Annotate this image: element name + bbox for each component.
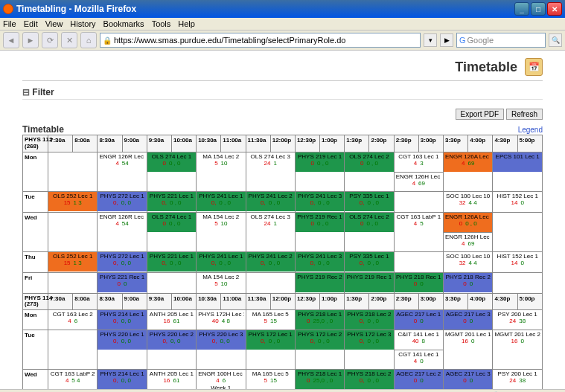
course-cell[interactable]: ENGR 126R Lec 1454 — [98, 212, 147, 251]
course-cell[interactable]: PHYS 219 Lec 100 , 0 — [295, 152, 344, 191]
search-box[interactable]: G Google — [456, 33, 546, 48]
course-cell[interactable]: PHYS 214 Lec 10,0, 0 — [98, 370, 147, 389]
filter-section-toggle[interactable]: Filter — [22, 87, 543, 100]
export-pdf-button[interactable]: Export PDF — [456, 109, 505, 120]
num1: 4 — [66, 377, 68, 384]
course-cell[interactable]: PHYS 218 Lec 20,0 , 0 — [345, 310, 394, 330]
course-cell[interactable]: ENGR 126R Lec 1454 — [98, 152, 147, 191]
menu-bookmarks[interactable]: Bookmarks — [103, 19, 144, 28]
menu-view[interactable]: View — [45, 19, 63, 28]
refresh-button[interactable]: Refresh — [506, 109, 543, 120]
minimize-button[interactable]: _ — [514, 2, 529, 16]
course-cell[interactable]: PHYS 220 Lec 30,0, 0 — [197, 330, 246, 370]
course-cell[interactable]: MGMT 201 Lec 2160 — [493, 330, 543, 370]
legend-link[interactable]: Legend — [518, 126, 543, 134]
forward-button[interactable]: ► — [22, 32, 39, 48]
close-button[interactable]: ✕ — [547, 2, 562, 16]
course-cell[interactable]: AGEC 217 Lec 200 — [394, 370, 443, 389]
course-cell[interactable]: PHYS 272 Lec 10,0, 0 — [98, 251, 147, 272]
num2: 0, 0 — [121, 377, 131, 384]
course-cell[interactable]: MA 154 Lec 2510 — [197, 212, 246, 251]
course-cell[interactable]: MA 165 Lec 5515 — [246, 310, 295, 330]
course-cell[interactable]: PSY 200 Lec 12438 — [493, 310, 543, 330]
maximize-button[interactable]: □ — [531, 2, 546, 16]
num2: 0, 0 — [121, 338, 131, 344]
course-cell[interactable]: ENGR 126A Lec 1469 — [444, 152, 493, 191]
menu-tools[interactable]: Tools — [152, 19, 171, 28]
course-cell[interactable]: PHYS 241 Lec 30,0 , 0 — [295, 251, 344, 272]
course-cell[interactable]: PHYS 221 Rec 100 — [98, 272, 147, 293]
course-cell[interactable]: PHYS 272 Lec 10,0, 0 — [98, 191, 147, 212]
menu-file[interactable]: File — [3, 19, 16, 28]
course-cell[interactable]: ANTH 205 Lec 11661 — [147, 310, 196, 330]
course-cell[interactable]: OLS 274 Lec 3241 — [246, 152, 295, 191]
course-cell[interactable]: PHYS 241 Lec 10,0 , 0 — [197, 251, 246, 272]
course-cell[interactable]: HIST 152 Lec 1140 — [493, 251, 543, 272]
course-cell[interactable]: OLS 252 Lec 1151 3 — [48, 191, 98, 212]
course-cell[interactable]: PSY 200 Lec 12438 — [493, 370, 543, 389]
go-button-2[interactable]: ▶ — [440, 33, 453, 47]
course-cell[interactable]: ENGR 100H Lec 1a46Week 1ENGR 100H Lec 1b… — [197, 370, 246, 389]
course-cell[interactable]: OLS 274 Lec 3241 — [246, 212, 295, 251]
course-cell[interactable]: PHYS 172 Lec 30,0 , 0 — [345, 330, 394, 370]
course-cell[interactable]: PHYS 219 Rec 2 — [295, 272, 344, 293]
course-cell[interactable]: PHYS 172H Lec 1404 8 — [197, 310, 246, 330]
menu-history[interactable]: History — [70, 19, 95, 28]
course-cell[interactable]: SOC 100 Lec 10324 4 — [444, 191, 493, 212]
course-cell[interactable]: PHYS 218 Lec 1025,0 , 0 — [295, 370, 344, 389]
course-cell[interactable]: PHYS 241 Lec 20,0 , 0 — [246, 191, 295, 212]
course-cell[interactable]: PHYS 172 Lec 10,0 , 0 — [246, 330, 295, 370]
back-button[interactable]: ◄ — [3, 32, 19, 48]
course-cell[interactable]: PHYS 241 Lec 30,0 , 0 — [295, 191, 344, 212]
menu-edit[interactable]: Edit — [24, 19, 38, 28]
course-cell[interactable]: CGT 163 LabP 145 — [394, 212, 443, 251]
course-cell[interactable]: CGT 163 Lec 246 — [48, 310, 98, 330]
course-cell[interactable]: OLS 274 Lec 100 , 0 — [147, 152, 196, 191]
search-go-icon[interactable]: 🔍 — [549, 33, 562, 47]
course-cell[interactable]: PHYS 220 Lec 20,0, 0 — [147, 330, 196, 370]
course-cell[interactable]: PHYS 219 Rec 1 — [345, 272, 394, 293]
course-cell[interactable]: AGEC 217 Lec 300 — [444, 310, 493, 330]
course-cell[interactable]: PHYS 241 Lec 20,0 , 0 — [246, 251, 295, 272]
go-button[interactable]: ▾ — [424, 33, 437, 47]
course-cell[interactable]: PHYS 218 Rec 100 — [394, 272, 443, 293]
course-cell[interactable]: ANTH 205 Lec 11661 — [147, 370, 196, 389]
course-cell[interactable]: MA 154 Lec 2510 — [197, 152, 246, 191]
num2: 0 — [471, 338, 474, 344]
course-cell[interactable]: PSY 335 Lec 10,0 , 0 — [345, 251, 394, 272]
time-header: 3:30p — [444, 293, 468, 310]
course-cell[interactable]: AGEC 217 Lec 300 — [444, 370, 493, 389]
course-cell[interactable]: PHYS 241 Lec 10,0 , 0 — [197, 191, 246, 212]
course-cell[interactable]: MA 165 Lec 5515 — [246, 370, 295, 389]
course-cell[interactable]: PHYS 218 Lec 1025,0 , 0 — [295, 310, 344, 330]
course-cell[interactable]: PHYS 218 Rec 200 — [444, 272, 493, 293]
reload-button[interactable]: ⟳ — [42, 32, 58, 48]
course-cell[interactable]: MA 154 Lec 2510 — [197, 272, 246, 293]
url-bar[interactable]: 🔒 https://www.smas.purdue.edu/Timetablin… — [100, 33, 421, 48]
course-cell[interactable]: AGEC 217 Lec 100 — [394, 310, 443, 330]
course-cell[interactable]: PSY 335 Lec 10,0 , 0 — [345, 191, 394, 212]
course-cell[interactable]: PHYS 214 Lec 10,0, 0 — [98, 310, 147, 330]
course-cell[interactable]: PHYS 220 Lec 10,0, 0 — [98, 330, 147, 370]
course-cell[interactable]: OLS 274 Lec 200 , 0 — [345, 212, 394, 251]
course-cell[interactable]: MGMT 201 Lec 1160 — [444, 330, 493, 370]
course-cell[interactable]: OLS 274 Lec 200 , 0 — [345, 152, 394, 191]
course-cell[interactable]: PHYS 221 Lec 10,0 , 0 — [147, 251, 196, 272]
course-cell[interactable]: PHYS 218 Lec 20,0 , 0 — [345, 370, 394, 389]
course-cell[interactable]: HIST 152 Lec 1140 — [493, 191, 543, 212]
menu-help[interactable]: Help — [178, 19, 195, 28]
home-button[interactable]: ⌂ — [80, 32, 97, 48]
course-cell[interactable]: ENGR 126A Lec 100 , 0ENGR 126H Lec 1469 — [444, 212, 493, 251]
course-cell[interactable]: PHYS 219 Rec 100 , 0 — [295, 212, 344, 251]
course-cell[interactable]: PHYS 221 Lec 10,0 , 0 — [147, 191, 196, 212]
num2: 54 — [122, 160, 129, 167]
course-cell[interactable]: C&IT 141 Lec 1408CGT 141 Lec 140 — [394, 330, 443, 370]
course-cell[interactable]: OLS 252 Lec 1151 3 — [48, 251, 98, 272]
course-cell[interactable]: OLS 274 Lec 100 , 0 — [147, 212, 196, 251]
course-cell[interactable]: SOC 100 Lec 10324 4 — [444, 251, 493, 272]
course-cell[interactable]: CGT 163 Lec 143ENGR 126H Lec 1469 — [394, 152, 443, 191]
stop-button[interactable]: ✕ — [61, 32, 77, 48]
course-cell[interactable]: PHYS 172 Lec 20,0 , 0 — [295, 330, 344, 370]
course-cell[interactable]: EPCS 101 Lec 1 — [493, 152, 543, 191]
course-cell[interactable]: CGT 163 LabP 245 4 — [48, 370, 98, 389]
